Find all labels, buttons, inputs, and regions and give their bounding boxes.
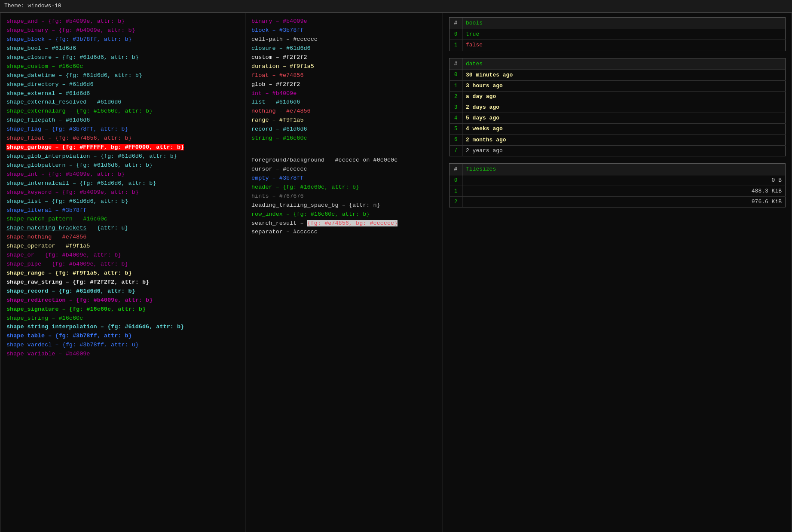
line-item: shape_signature – {fg: #16c60c, attr: b} xyxy=(6,305,239,314)
dates-section: # dates 030 minutes ago13 hours ago2a da… xyxy=(449,58,786,156)
line-item: shape_raw_string – {fg: #f2f2f2, attr: b… xyxy=(6,278,239,287)
main-container: shape_and – {fg: #b4009e, attr: b}shape_… xyxy=(0,12,792,532)
line-item: shape_matching_brackets – {attr: u} xyxy=(6,224,239,233)
col-right: # bools 0true1false # dates 030 minutes … xyxy=(443,13,792,532)
row-val: 4 weeks ago xyxy=(462,124,786,135)
row-num: 0 xyxy=(450,70,462,80)
line-item: closure – #61d6d6 xyxy=(251,44,437,53)
bools-section: # bools 0true1false xyxy=(449,17,786,51)
table-row: 45 days ago xyxy=(450,113,786,124)
line-item: shape_pipe – {fg: #b4009e, attr: b} xyxy=(6,260,239,269)
table-row: 1488.3 KiB xyxy=(450,186,786,197)
dates-title-header: dates xyxy=(462,58,786,70)
line-item: range – #f9f1a5 xyxy=(251,116,437,125)
table-row: 72 years ago xyxy=(450,145,786,156)
row-val: 2 years ago xyxy=(462,145,786,156)
middle-bottom-lines: foreground/background – #cccccc on #0c0c… xyxy=(251,156,437,237)
row-val: 2 months ago xyxy=(462,135,786,145)
row-num: 2 xyxy=(450,197,462,208)
line-item: shape_block – {fg: #3b78ff, attr: b} xyxy=(6,35,239,44)
table-row: 13 hours ago xyxy=(450,80,786,91)
table-row: 32 days ago xyxy=(450,102,786,113)
line-item: shape_string_interpolation – {fg: #61d6d… xyxy=(6,323,239,332)
title-bar: Theme: windows-10 xyxy=(0,0,792,12)
table-row: 030 minutes ago xyxy=(450,70,786,80)
row-val: 0 B xyxy=(462,175,786,186)
left-col-lines: shape_and – {fg: #b4009e, attr: b}shape_… xyxy=(6,17,239,359)
table-row: 00 B xyxy=(450,175,786,186)
row-num: 1 xyxy=(450,40,462,51)
bools-hash-header: # xyxy=(450,18,462,29)
dates-hash-header: # xyxy=(450,58,462,70)
filesizes-hash-header: # xyxy=(450,163,462,175)
line-item: shape_nothing – #e74856 xyxy=(6,233,239,242)
row-val: false xyxy=(462,40,786,51)
line-item: glob – #f2f2f2 xyxy=(251,80,437,89)
line-item: shape_keyword – {fg: #b4009e, attr: b} xyxy=(6,188,239,197)
line-item: shape_literal – #3b78ff xyxy=(6,206,239,215)
line-item: cursor – #cccccc xyxy=(251,165,437,174)
line-item: foreground/background – #cccccc on #0c0c… xyxy=(251,156,437,165)
row-num: 1 xyxy=(450,186,462,197)
table-row: 54 weeks ago xyxy=(450,124,786,135)
line-item: shape_bool – #61d6d6 xyxy=(6,44,239,53)
row-num: 0 xyxy=(450,175,462,186)
line-item: shape_closure – {fg: #61d6d6, attr: b} xyxy=(6,53,239,62)
filesizes-table: # filesizes 00 B1488.3 KiB2976.6 KiB xyxy=(449,163,786,208)
line-item: shape_globpattern – {fg: #61d6d6, attr: … xyxy=(6,161,239,170)
filesizes-section: # filesizes 00 B1488.3 KiB2976.6 KiB xyxy=(449,163,786,208)
line-item: shape_datetime – {fg: #61d6d6, attr: b} xyxy=(6,71,239,80)
row-val: a day ago xyxy=(462,91,786,102)
line-item: block – #3b78ff xyxy=(251,26,437,35)
line-item: shape_custom – #16c60c xyxy=(6,62,239,71)
line-item: shape_directory – #61d6d6 xyxy=(6,80,239,89)
middle-top-lines: binary – #b4009eblock – #3b78ffcell-path… xyxy=(251,17,437,143)
line-item: shape_match_pattern – #16c60c xyxy=(6,215,239,224)
filesizes-title-header: filesizes xyxy=(462,163,786,175)
line-item: row_index – {fg: #16c60c, attr: b} xyxy=(251,210,437,219)
dates-table: # dates 030 minutes ago13 hours ago2a da… xyxy=(449,58,786,156)
line-item: shape_garbage – {fg: #FFFFFF, bg: #FF000… xyxy=(6,143,239,152)
line-item: shape_operator – #f9f1a5 xyxy=(6,242,239,251)
line-item: float – #e74856 xyxy=(251,71,437,80)
line-item: shape_external – #61d6d6 xyxy=(6,89,239,98)
line-item: separator – #cccccc xyxy=(251,228,437,237)
row-val: 2 days ago xyxy=(462,102,786,113)
line-item: custom – #f2f2f2 xyxy=(251,53,437,62)
row-val: 488.3 KiB xyxy=(462,186,786,197)
title-text: Theme: windows-10 xyxy=(4,3,61,9)
line-item: nothing – #e74856 xyxy=(251,107,437,116)
row-val: 976.6 KiB xyxy=(462,197,786,208)
col-left: shape_and – {fg: #b4009e, attr: b}shape_… xyxy=(0,13,245,532)
line-item: shape_externalarg – {fg: #16c60c, attr: … xyxy=(6,107,239,116)
row-num: 0 xyxy=(450,29,462,40)
line-item: search_result – {fg: #e74856, bg: #ccccc… xyxy=(251,219,437,228)
row-num: 7 xyxy=(450,145,462,156)
line-item: record – #61d6d6 xyxy=(251,125,437,134)
line-item: shape_variable – #b4009e xyxy=(6,350,239,359)
table-row: 2976.6 KiB xyxy=(450,197,786,208)
line-item: shape_binary – {fg: #b4009e, attr: b} xyxy=(6,26,239,35)
line-item: int – #b4009e xyxy=(251,89,437,98)
table-row: 1false xyxy=(450,40,786,51)
line-item: shape_float – {fg: #e74856, attr: b} xyxy=(6,134,239,143)
line-item: shape_table – {fg: #3b78ff, attr: b} xyxy=(6,332,239,341)
line-item: shape_record – {fg: #61d6d6, attr: b} xyxy=(6,287,239,296)
line-item: binary – #b4009e xyxy=(251,17,437,26)
line-item: shape_string – #16c60c xyxy=(6,314,239,323)
row-val: true xyxy=(462,29,786,40)
row-num: 5 xyxy=(450,124,462,135)
line-item: list – #61d6d6 xyxy=(251,98,437,107)
line-item: duration – #f9f1a5 xyxy=(251,62,437,71)
line-item: empty – #3b78ff xyxy=(251,174,437,183)
line-item: shape_list – {fg: #61d6d6, attr: b} xyxy=(6,197,239,206)
bools-table: # bools 0true1false xyxy=(449,17,786,51)
row-val: 3 hours ago xyxy=(462,80,786,91)
line-item: shape_int – {fg: #b4009e, attr: b} xyxy=(6,170,239,179)
line-item: shape_range – {fg: #f9f1a5, attr: b} xyxy=(6,269,239,278)
bools-title-header: bools xyxy=(462,18,786,29)
row-val: 30 minutes ago xyxy=(462,70,786,80)
table-row: 2a day ago xyxy=(450,91,786,102)
line-item: cell-path – #cccccc xyxy=(251,35,437,44)
table-row: 62 months ago xyxy=(450,135,786,145)
